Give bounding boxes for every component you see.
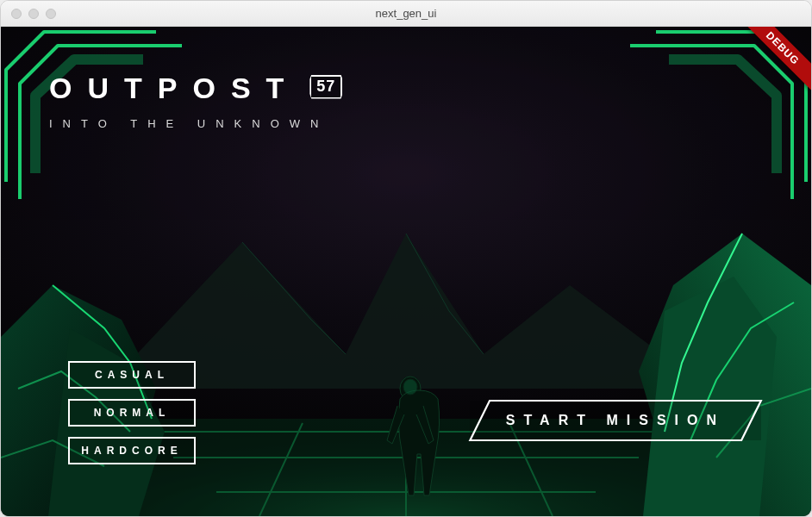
start-button-border-icon <box>468 399 763 442</box>
difficulty-option-casual[interactable]: CASUAL <box>68 361 196 389</box>
scene-background: OUTPOST 57 INTO THE UNKNOWN CASUAL NORMA… <box>1 27 811 516</box>
start-mission-button[interactable]: START MISSION <box>470 401 761 440</box>
start-mission-wrap: START MISSION <box>470 401 761 440</box>
svg-point-14 <box>403 379 417 395</box>
close-dot-icon[interactable] <box>11 9 22 19</box>
window-title: next_gen_ui <box>1 7 811 20</box>
difficulty-label: NORMAL <box>94 407 171 419</box>
game-subtitle: INTO THE UNKNOWN <box>49 117 342 130</box>
difficulty-option-normal[interactable]: NORMAL <box>68 399 196 427</box>
difficulty-option-hardcore[interactable]: HARDCORE <box>68 437 196 464</box>
difficulty-label: HARDCORE <box>81 445 182 457</box>
game-title: OUTPOST <box>49 72 299 105</box>
minimize-dot-icon[interactable] <box>28 9 39 19</box>
difficulty-label: CASUAL <box>95 369 169 381</box>
svg-marker-15 <box>470 401 761 440</box>
zoom-dot-icon[interactable] <box>46 9 56 19</box>
game-viewport: OUTPOST 57 INTO THE UNKNOWN CASUAL NORMA… <box>1 27 811 516</box>
titlebar: next_gen_ui <box>1 1 811 27</box>
app-window: next_gen_ui <box>0 0 812 517</box>
game-title-block: OUTPOST 57 INTO THE UNKNOWN <box>49 72 342 130</box>
window-controls <box>11 9 56 19</box>
difficulty-selector: CASUAL NORMAL HARDCORE <box>68 361 196 464</box>
game-title-number-badge: 57 <box>309 75 342 99</box>
